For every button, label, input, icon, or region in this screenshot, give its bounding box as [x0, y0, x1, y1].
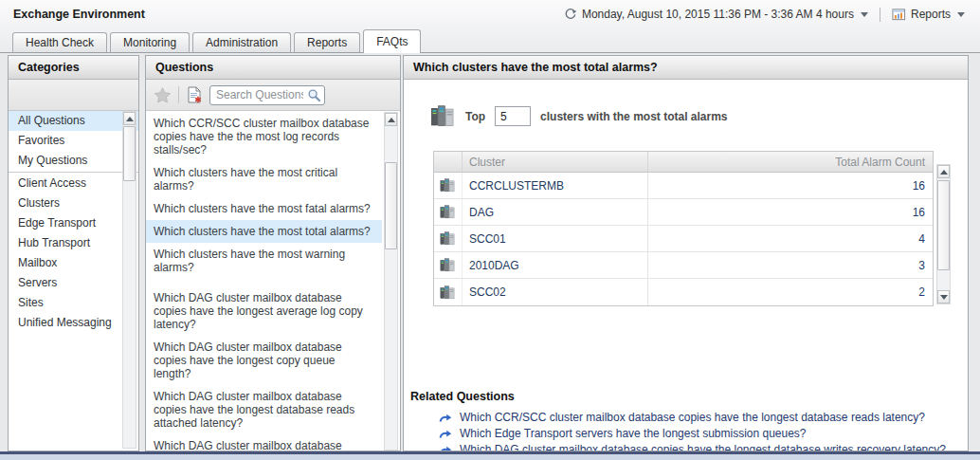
categories-list: All Questions Favorites My Questions Cli…: [9, 111, 138, 451]
scroll-down-button[interactable]: [937, 290, 950, 304]
cluster-column-header[interactable]: Cluster: [463, 152, 648, 172]
time-range-caret-icon[interactable]: [861, 12, 868, 17]
related-questions-section: Related Questions Which CCR/SCC cluster …: [410, 390, 956, 451]
top-region: Exchange Environment Monday, August 10, …: [0, 0, 980, 53]
question-item[interactable]: Which DAG cluster mailbox database copie…: [146, 286, 382, 336]
category-item-unified-messaging[interactable]: Unified Messaging: [9, 313, 138, 333]
question-item[interactable]: Which clusters have the most warning ala…: [146, 243, 382, 279]
arrow-down-icon: [940, 295, 948, 300]
categories-header: Categories: [9, 56, 138, 80]
table-scrollbar[interactable]: [936, 164, 951, 304]
cluster-servers-icon: [430, 103, 456, 129]
titlebar-controls: Monday, August 10, 2015 11:36 PM - 3:36 …: [564, 8, 965, 22]
arrow-right-icon: [439, 413, 452, 424]
table-row[interactable]: 2010DAG 3: [434, 252, 933, 279]
reports-icon: [892, 8, 906, 22]
related-question-text: Which CCR/SCC cluster mailbox database c…: [460, 411, 925, 425]
questions-panel: Questions Which CCR/SCC cluster mailbox …: [145, 55, 401, 451]
related-question-link[interactable]: Which CCR/SCC cluster mailbox database c…: [410, 410, 956, 426]
table-header-row: Cluster Total Alarm Count: [434, 152, 933, 173]
questions-list: Which CCR/SCC cluster mailbox database c…: [146, 112, 382, 451]
table-row[interactable]: DAG 16: [434, 199, 933, 226]
scroll-up-button[interactable]: [385, 113, 397, 126]
alarm-count-cell: 3: [648, 252, 933, 278]
top-n-control: Top clusters with the most total alarms: [430, 103, 728, 129]
arrow-up-icon: [126, 117, 134, 121]
questions-header: Questions: [146, 56, 400, 80]
related-question-text: Which DAG cluster mailbox database copie…: [460, 443, 946, 451]
categories-separator: [9, 172, 138, 173]
alarm-count-cell: 4: [648, 226, 933, 251]
category-item-mailbox[interactable]: Mailbox: [9, 253, 138, 273]
reports-label: Reports: [911, 8, 951, 21]
cluster-name-cell: CCRCLUSTERMB: [463, 173, 648, 198]
questions-toolbar: [146, 80, 400, 111]
categories-toolbar: [9, 80, 138, 111]
categories-scrollbar[interactable]: [122, 111, 136, 449]
reports-caret-icon[interactable]: [957, 12, 965, 17]
time-range-label: Monday, August 10, 2015 11:36 PM - 3:36 …: [582, 8, 854, 21]
cluster-icon: [440, 285, 456, 301]
question-item[interactable]: Which DAG cluster mailbox database copie…: [146, 385, 382, 434]
table-row[interactable]: SCC01 4: [434, 226, 933, 252]
cluster-icon: [440, 257, 456, 273]
arrow-right-icon: [439, 445, 452, 452]
arrow-right-icon: [439, 429, 452, 440]
question-item[interactable]: Which clusters have the most fatal alarm…: [146, 197, 382, 220]
cluster-icon: [440, 230, 456, 247]
cluster-name-cell: 2010DAG: [463, 252, 648, 278]
exchange-environment-dashboard: Exchange Environment Monday, August 10, …: [0, 0, 980, 460]
category-item-my-questions[interactable]: My Questions: [9, 151, 138, 171]
questions-scrollbar[interactable]: [384, 112, 398, 451]
table-row[interactable]: CCRCLUSTERMB 16: [434, 173, 933, 199]
cluster-name-cell: DAG: [463, 199, 648, 225]
related-question-link[interactable]: Which Edge Transport servers have the lo…: [410, 426, 956, 442]
icon-column-header: [434, 152, 463, 172]
total-alarm-count-column-header[interactable]: Total Alarm Count: [648, 156, 933, 169]
cluster-icon: [440, 177, 456, 193]
related-question-text: Which Edge Transport servers have the lo…: [460, 427, 807, 441]
arrow-up-icon: [388, 118, 395, 122]
tab-bar: Health Check Monitoring Administration R…: [0, 28, 980, 53]
cluster-name-cell: SCC02: [463, 279, 648, 305]
remove-question-button[interactable]: [186, 86, 203, 103]
category-item-clusters[interactable]: Clusters: [9, 193, 138, 213]
related-question-link[interactable]: Which DAG cluster mailbox database copie…: [410, 442, 956, 451]
question-item[interactable]: Which CCR/SCC cluster mailbox database c…: [146, 112, 382, 161]
related-questions-title: Related Questions: [410, 390, 956, 403]
tab-health-check[interactable]: Health Check: [12, 32, 107, 52]
top-count-input[interactable]: [495, 106, 531, 126]
scrollbar-thumb[interactable]: [385, 162, 397, 249]
scrollbar-thumb[interactable]: [123, 126, 136, 181]
tab-administration[interactable]: Administration: [192, 32, 291, 52]
answer-panel: Which clusters have the most total alarm…: [403, 55, 969, 451]
scroll-up-button[interactable]: [937, 165, 950, 178]
table-row[interactable]: SCC02 2: [434, 279, 933, 305]
search-submit[interactable]: [307, 88, 321, 105]
title-bar: Exchange Environment Monday, August 10, …: [0, 0, 980, 28]
category-item-edge-transport[interactable]: Edge Transport: [9, 213, 138, 233]
scrollbar-thumb[interactable]: [937, 180, 950, 270]
category-item-hub-transport[interactable]: Hub Transport: [9, 233, 138, 253]
category-item-all-questions[interactable]: All Questions: [9, 111, 138, 131]
top-prefix-label: Top: [465, 110, 485, 123]
search-box: [209, 85, 325, 105]
question-item[interactable]: Which DAG cluster mailbox database copie…: [146, 434, 382, 451]
time-range-selector[interactable]: Monday, August 10, 2015 11:36 PM - 3:36 …: [564, 8, 868, 21]
titlebar-divider: [880, 8, 880, 22]
time-range-icon: [564, 8, 577, 21]
question-item[interactable]: Which clusters have the most critical al…: [146, 161, 382, 197]
category-item-client-access[interactable]: Client Access: [9, 174, 138, 193]
question-item[interactable]: Which DAG cluster mailbox database copie…: [146, 336, 382, 385]
category-item-sites[interactable]: Sites: [9, 293, 138, 313]
favorite-star-button[interactable]: [154, 86, 172, 104]
tab-faqts[interactable]: FAQts: [363, 29, 421, 53]
scroll-up-button[interactable]: [123, 112, 136, 125]
category-item-servers[interactable]: Servers: [9, 273, 138, 293]
tab-monitoring[interactable]: Monitoring: [110, 32, 190, 52]
alarm-count-cell: 2: [648, 279, 933, 305]
category-item-favorites[interactable]: Favorites: [9, 131, 138, 151]
question-item-selected[interactable]: Which clusters have the most total alarm…: [146, 220, 382, 243]
reports-button[interactable]: Reports: [892, 8, 965, 22]
tab-reports[interactable]: Reports: [294, 32, 360, 52]
